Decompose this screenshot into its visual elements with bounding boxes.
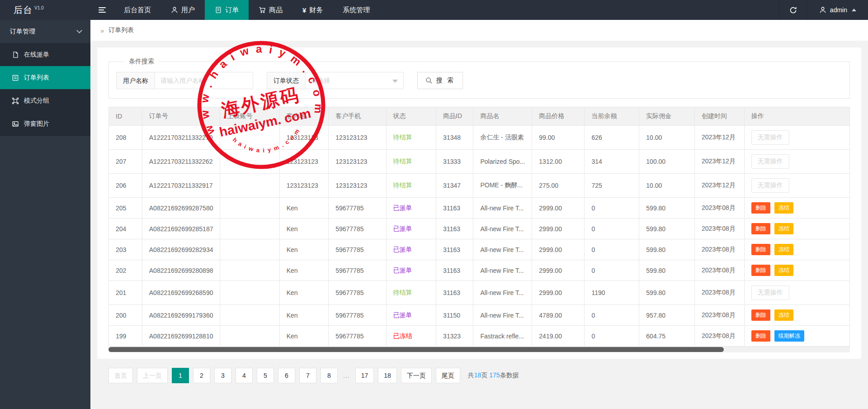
cell-product_name: All-new Fire T... xyxy=(473,239,532,260)
cell-product_id: 31163 xyxy=(436,281,473,305)
status-field-group: 订单状态 请选择 xyxy=(267,72,404,89)
cell-balance: 0 xyxy=(585,326,639,347)
column-header-balance: 当前余额 xyxy=(585,107,639,126)
pagination-page-3[interactable]: 3 xyxy=(214,368,231,383)
nav-item-home[interactable]: 后台首页 xyxy=(114,0,161,20)
table-row: 201A08221692699268590Ken59677785待结算31163… xyxy=(109,281,850,305)
table-row: 207A12221703211332262123123123123123123待… xyxy=(109,150,850,174)
delete-button[interactable]: 删除 xyxy=(751,244,770,255)
delete-button[interactable]: 删除 xyxy=(751,309,770,321)
column-header-parent_account: 上级账号 xyxy=(220,107,279,126)
unfreeze-button[interactable]: 续期解冻 xyxy=(774,330,804,342)
pagination-page-18[interactable]: 18 xyxy=(378,368,397,383)
nav-item-system[interactable]: 系统管理 xyxy=(333,0,380,20)
pagination-next[interactable]: 下一页 xyxy=(401,368,432,383)
pagination-page-5[interactable]: 5 xyxy=(257,368,274,383)
delete-button[interactable]: 删除 xyxy=(751,330,770,342)
status-select[interactable]: 请选择 xyxy=(305,72,404,89)
cell-order_no: A12221703211332917 xyxy=(142,174,220,198)
cell-customer_phone: 59677785 xyxy=(329,305,386,326)
horizontal-scrollbar-thumb[interactable] xyxy=(108,347,724,352)
cell-actions: 无需操作 xyxy=(744,174,849,198)
cell-order_no: A12221703211332270 xyxy=(142,126,220,150)
table-row: 200A08221692699179360Ken59677785已派单31150… xyxy=(109,305,850,326)
summary-prefix: 共 xyxy=(468,371,474,379)
orders-table: ID订单号上级账号客户名客户手机状态商品ID商品名商品价格当前余额实际佣金创建时… xyxy=(108,107,850,347)
cell-customer_phone: 59677785 xyxy=(329,281,386,305)
pagination-page-6[interactable]: 6 xyxy=(278,368,295,383)
cell-customer_phone: 59677785 xyxy=(329,326,386,347)
cell-status: 已派单 xyxy=(386,260,436,281)
freeze-button[interactable]: 冻结 xyxy=(774,265,793,276)
nav-item-label: 用户 xyxy=(181,6,195,14)
nav-item-orders[interactable]: 订单 xyxy=(205,0,249,20)
status-badge: 已冻结 xyxy=(393,332,412,339)
username-input[interactable] xyxy=(155,72,253,89)
sidebar-group-order-management[interactable]: 订单管理 xyxy=(0,20,90,43)
app-version: V1.0 xyxy=(34,5,44,10)
nav-item-users[interactable]: 用户 xyxy=(161,0,205,20)
cell-status: 待结算 xyxy=(386,174,436,198)
status-badge: 已派单 xyxy=(393,246,412,253)
cell-customer_name: Ken xyxy=(279,260,329,281)
cell-product_name: All-new Fire T... xyxy=(473,219,532,239)
hamburger-icon[interactable] xyxy=(90,0,114,20)
search-button[interactable]: 搜 索 xyxy=(417,72,463,89)
nav-item-label: 财务 xyxy=(309,6,323,14)
sidebar-item-order-list[interactable]: 订单列表 xyxy=(0,66,90,89)
freeze-button[interactable]: 冻结 xyxy=(774,202,793,214)
cell-id: 206 xyxy=(109,174,142,198)
cell-status: 已派单 xyxy=(386,305,436,326)
horizontal-scrollbar[interactable] xyxy=(108,347,850,352)
pagination-page-7[interactable]: 7 xyxy=(299,368,316,383)
sidebar-item-mode-group[interactable]: 模式分组 xyxy=(0,89,90,112)
file-icon xyxy=(12,51,19,58)
select-arrow-icon xyxy=(392,80,398,83)
nav-item-products[interactable]: 商品 xyxy=(249,0,292,20)
no-action-button: 无需操作 xyxy=(751,154,789,169)
image-icon xyxy=(12,120,19,128)
delete-button[interactable]: 删除 xyxy=(751,265,770,276)
cell-order_no: A12221703211332262 xyxy=(142,150,220,174)
pagination-page-8[interactable]: 8 xyxy=(321,368,338,383)
freeze-button[interactable]: 冻结 xyxy=(774,223,793,234)
column-header-created: 创建时间 xyxy=(695,107,745,126)
delete-button[interactable]: 删除 xyxy=(751,223,770,234)
cell-order_no: A08221692699287580 xyxy=(142,198,220,219)
cell-customer_name: Ken xyxy=(279,198,329,219)
sidebar-item-online-dispatch[interactable]: 在线派单 xyxy=(0,43,90,66)
cell-actions: 无需操作 xyxy=(744,281,849,305)
pagination: 首页上一页12345678...1718下一页尾页共18页 175条数据 xyxy=(108,368,850,383)
cell-order_no: A08221692699268590 xyxy=(142,281,220,305)
table-row: 205A08221692699287580Ken59677785已派单31163… xyxy=(109,198,850,219)
cell-balance: 0 xyxy=(585,239,639,260)
cell-status: 待结算 xyxy=(386,281,436,305)
column-header-product_name: 商品名 xyxy=(473,107,532,126)
sidebar-item-popup-image[interactable]: 弹窗图片 xyxy=(0,112,90,135)
pagination-page-17[interactable]: 17 xyxy=(355,368,374,383)
pagination-page-1[interactable]: 1 xyxy=(172,368,189,383)
cell-id: 200 xyxy=(109,305,142,326)
pagination-page-4[interactable]: 4 xyxy=(236,368,253,383)
cell-status: 待结算 xyxy=(386,126,436,150)
nav-item-finance[interactable]: ¥财务 xyxy=(292,0,333,20)
cell-created: 2023年08月 xyxy=(695,305,745,326)
freeze-button[interactable]: 冻结 xyxy=(774,244,793,255)
table-header-row: ID订单号上级账号客户名客户手机状态商品ID商品名商品价格当前余额实际佣金创建时… xyxy=(109,107,850,126)
sidebar-item-label: 模式分组 xyxy=(24,97,49,105)
orders-table-wrap: ID订单号上级账号客户名客户手机状态商品ID商品名商品价格当前余额实际佣金创建时… xyxy=(108,107,850,347)
cell-customer_phone: 59677785 xyxy=(329,239,386,260)
pagination-page-2[interactable]: 2 xyxy=(193,368,210,383)
pagination-last[interactable]: 尾页 xyxy=(436,368,460,383)
nav-item-label: 商品 xyxy=(269,6,283,14)
cell-created: 2023年08月 xyxy=(695,260,745,281)
table-row: 202A08221692699280898Ken59677785已派单31163… xyxy=(109,260,850,281)
status-badge: 已派单 xyxy=(393,311,412,319)
freeze-button[interactable]: 冻结 xyxy=(774,309,793,321)
sidebar-items: 在线派单订单列表模式分组弹窗图片 xyxy=(0,43,90,136)
cell-price: 99.00 xyxy=(532,126,585,150)
refresh-button[interactable] xyxy=(779,0,807,20)
cell-price: 1312.00 xyxy=(532,150,585,174)
user-menu[interactable]: admin xyxy=(807,0,868,20)
delete-button[interactable]: 删除 xyxy=(751,202,770,214)
